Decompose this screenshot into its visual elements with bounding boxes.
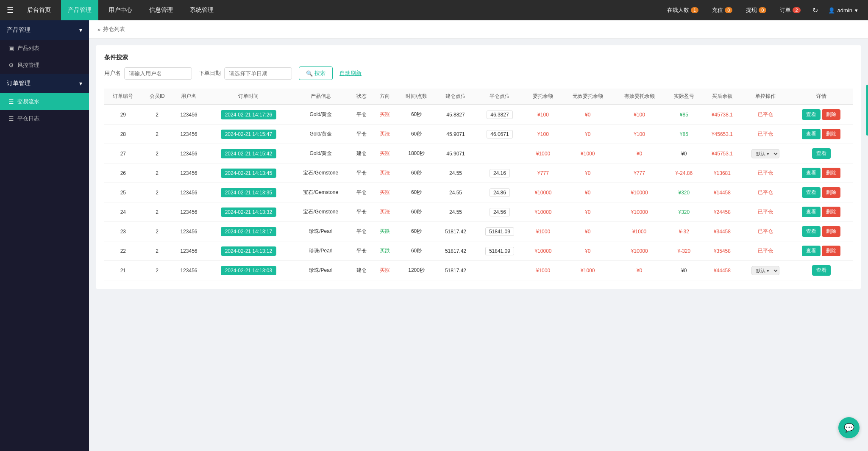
nav-item-users[interactable]: 用户中心 <box>102 0 139 20</box>
cell-detail[interactable]: 查看 <box>790 261 853 280</box>
view-button[interactable]: 查看 <box>802 109 821 120</box>
cell-status: 平仓 <box>350 125 373 144</box>
cell-username: 123456 <box>172 144 206 163</box>
delete-button[interactable]: 删除 <box>822 168 840 178</box>
order-count[interactable]: 订单 2 <box>775 6 805 14</box>
cell-detail[interactable]: 查看 删除 <box>790 183 853 202</box>
cell-balance: ¥34458 <box>703 222 741 241</box>
cell-single-op[interactable]: 已平仓 <box>742 105 790 125</box>
cell-single-op[interactable]: 已平仓 <box>742 202 790 222</box>
cell-detail[interactable]: 查看 删除 <box>790 241 853 261</box>
cell-single-op[interactable]: 已平仓 <box>742 222 790 241</box>
recharge-count[interactable]: 充值 0 <box>707 6 737 14</box>
cell-profit: ¥0 <box>665 144 703 163</box>
cell-order-time: 2024-02-21 14:13:32 <box>205 202 292 222</box>
cell-valid-entrust: ¥10000 <box>614 202 665 222</box>
cell-balance: ¥14458 <box>703 183 741 202</box>
cell-order-time: 2024-02-21 14:13:12 <box>205 241 292 261</box>
sidebar-item-transactions[interactable]: ☰ 交易流水 <box>0 93 89 110</box>
table-wrapper: 订单编号 会员ID 用户名 订单时间 产品信息 状态 方向 时间/点数 建仓点位… <box>104 89 853 280</box>
cell-entrust: ¥1000 <box>524 222 562 241</box>
nav-item-products[interactable]: 产品管理 <box>61 0 98 20</box>
main-content: » 持仓列表 条件搜索 用户名 下单日期 🔍 <box>89 20 868 451</box>
cell-open-price: 51817.42 <box>436 222 475 241</box>
view-button[interactable]: 查看 <box>802 187 821 198</box>
withdrawal-count[interactable]: 提现 0 <box>741 6 771 14</box>
delete-button[interactable]: 删除 <box>822 187 840 198</box>
cell-single-op[interactable]: 已平仓 <box>742 183 790 202</box>
view-button[interactable]: 查看 <box>812 148 831 159</box>
col-single-op: 单控操作 <box>742 89 790 105</box>
cell-entrust: ¥100 <box>524 125 562 144</box>
nav-item-info[interactable]: 信息管理 <box>142 0 180 20</box>
delete-button[interactable]: 删除 <box>822 129 840 139</box>
cell-single-op[interactable]: 默认 ▾ <box>742 144 790 163</box>
admin-menu[interactable]: 👤 admin ▾ <box>825 7 861 14</box>
col-invalid-entrust: 无效委托余额 <box>562 89 614 105</box>
sidebar-item-product-list[interactable]: ▣ 产品列表 <box>0 40 89 57</box>
cell-time-pts: 60秒 <box>397 202 436 222</box>
cell-single-op[interactable]: 已平仓 <box>742 125 790 144</box>
cell-open-price: 51817.42 <box>436 261 475 280</box>
cell-detail[interactable]: 查看 删除 <box>790 125 853 144</box>
view-button[interactable]: 查看 <box>802 246 821 256</box>
sidebar-group-products[interactable]: 产品管理 ▾ <box>0 20 89 40</box>
cell-open-price: 45.9071 <box>436 144 475 163</box>
cell-detail[interactable]: 查看 删除 <box>790 163 853 183</box>
nav-item-dashboard[interactable]: 后台首页 <box>20 0 58 20</box>
cell-single-op[interactable]: 默认 ▾ <box>742 261 790 280</box>
cell-member-id: 2 <box>142 163 172 183</box>
cell-username: 123456 <box>172 202 206 222</box>
float-chat-button[interactable]: 💬 <box>838 417 860 438</box>
view-button[interactable]: 查看 <box>802 129 821 139</box>
table-row: 27 2 123456 2024-02-21 14:15:42 Gold/黄金 … <box>104 144 853 163</box>
username-input[interactable] <box>124 67 192 80</box>
cell-time-pts: 60秒 <box>397 222 436 241</box>
search-section: 条件搜索 用户名 下单日期 🔍 搜索 自动刷新 <box>104 54 853 80</box>
cell-order-id: 27 <box>104 144 142 163</box>
delete-button[interactable]: 删除 <box>822 226 840 237</box>
nav-item-system[interactable]: 系统管理 <box>183 0 220 20</box>
delete-button[interactable]: 删除 <box>822 246 840 256</box>
cell-detail[interactable]: 查看 删除 <box>790 222 853 241</box>
cell-invalid-entrust: ¥0 <box>562 125 614 144</box>
refresh-icon[interactable]: ↻ <box>809 6 821 14</box>
delete-button[interactable]: 删除 <box>822 109 840 120</box>
username-label: 用户名 <box>104 69 121 77</box>
cell-detail[interactable]: 查看 删除 <box>790 105 853 125</box>
hamburger-icon[interactable]: ☰ <box>7 6 14 15</box>
cell-entrust: ¥1000 <box>524 261 562 280</box>
view-button[interactable]: 查看 <box>802 207 821 217</box>
content-area: 条件搜索 用户名 下单日期 🔍 搜索 自动刷新 <box>96 45 861 289</box>
sidebar-item-risk[interactable]: ⚙ 风控管理 <box>0 57 89 74</box>
cell-single-op[interactable]: 已平仓 <box>742 241 790 261</box>
online-count[interactable]: 在线人数 1 <box>662 6 704 14</box>
single-op-select[interactable]: 默认 ▾ <box>751 266 779 275</box>
auto-refresh-button[interactable]: 自动刷新 <box>339 69 362 77</box>
delete-button[interactable]: 删除 <box>822 207 840 217</box>
order-badge: 2 <box>793 7 800 13</box>
cell-direction: 买涨 <box>373 202 397 222</box>
cell-detail[interactable]: 查看 <box>790 144 853 163</box>
cell-product: Gold/黄金 <box>292 125 350 144</box>
date-input[interactable] <box>224 67 292 80</box>
cell-member-id: 2 <box>142 125 172 144</box>
cell-balance: ¥13681 <box>703 163 741 183</box>
cell-profit: ¥-320 <box>665 241 703 261</box>
cell-detail[interactable]: 查看 删除 <box>790 202 853 222</box>
cell-order-id: 28 <box>104 125 142 144</box>
date-label: 下单日期 <box>199 69 221 77</box>
sidebar-item-close-log[interactable]: ☰ 平仓日志 <box>0 110 89 127</box>
search-button[interactable]: 🔍 搜索 <box>299 66 333 80</box>
cell-status: 平仓 <box>350 105 373 125</box>
single-op-select[interactable]: 默认 ▾ <box>751 149 779 158</box>
view-button[interactable]: 查看 <box>802 226 821 237</box>
sidebar-group-orders[interactable]: 订单管理 ▾ <box>0 74 89 93</box>
view-button[interactable]: 查看 <box>812 265 831 276</box>
cell-single-op[interactable]: 已平仓 <box>742 163 790 183</box>
top-nav: ☰ 后台首页 产品管理 用户中心 信息管理 系统管理 在线人数 1 充值 0 提… <box>0 0 868 20</box>
view-button[interactable]: 查看 <box>802 168 821 178</box>
cell-profit: ¥0 <box>665 261 703 280</box>
cell-invalid-entrust: ¥0 <box>562 202 614 222</box>
cell-order-time: 2024-02-21 14:13:03 <box>205 261 292 280</box>
